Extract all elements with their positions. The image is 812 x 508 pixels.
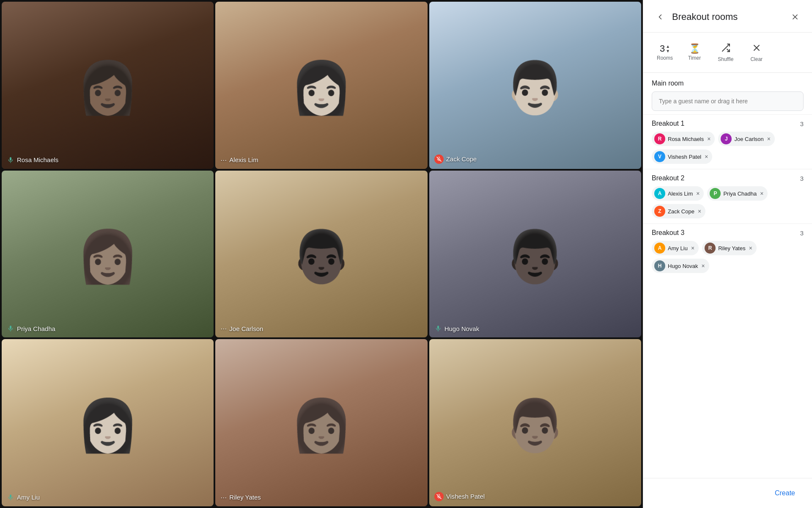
video-cell: 👨🏽 Vishesh Patel bbox=[429, 339, 641, 506]
rooms-control[interactable]: 3 ▲ ▼ Rooms bbox=[652, 41, 678, 64]
panel-footer: Create bbox=[643, 478, 812, 508]
clear-icon bbox=[752, 43, 762, 55]
mic-muted-icon bbox=[434, 155, 444, 164]
video-label: ··· Joe Carlson bbox=[220, 325, 263, 332]
member-avatar: V bbox=[654, 151, 665, 162]
face-bg: 👩🏻 bbox=[215, 2, 427, 169]
breakout-room-3: Breakout 3 3 A Amy Liu × R Riley Yates × bbox=[643, 224, 812, 278]
breakout-room-2: Breakout 2 3 A Alexis Lim × P Priya Chad… bbox=[643, 169, 812, 224]
back-button[interactable] bbox=[652, 8, 669, 25]
remove-member-button[interactable]: × bbox=[749, 245, 752, 251]
svg-rect-3 bbox=[10, 326, 11, 329]
mic-active-icon bbox=[7, 325, 14, 332]
face-bg: 👩🏾 bbox=[2, 2, 214, 169]
video-label: ··· Riley Yates bbox=[220, 494, 261, 501]
participant-name: Vishesh Patel bbox=[446, 493, 485, 500]
member-name: Alexis Lim bbox=[668, 190, 693, 197]
breakout-rooms-container: Breakout 1 3 R Rosa Michaels × J Joe Car… bbox=[643, 114, 812, 278]
more-icon: ··· bbox=[220, 494, 227, 501]
remove-member-button[interactable]: × bbox=[705, 154, 708, 160]
face-emoji: 👨🏿 bbox=[503, 231, 567, 282]
more-icon: ··· bbox=[220, 325, 227, 332]
mic-active-icon bbox=[7, 494, 14, 501]
member-avatar: Z bbox=[654, 206, 665, 217]
video-label: Priya Chadha bbox=[7, 325, 55, 332]
breakout-room-header: Breakout 3 3 bbox=[652, 229, 804, 237]
participant-name: Alexis Lim bbox=[229, 156, 258, 163]
member-chip: J Joe Carlson × bbox=[718, 132, 775, 146]
video-label: Amy Liu bbox=[7, 494, 40, 501]
panel-header: Breakout rooms bbox=[643, 0, 812, 33]
main-room-header: Main room bbox=[652, 80, 804, 87]
participant-name: Amy Liu bbox=[17, 494, 40, 501]
rooms-up-arrow[interactable]: ▲ bbox=[666, 44, 670, 49]
member-avatar: R bbox=[654, 133, 665, 144]
shuffle-button[interactable]: Shuffle bbox=[711, 39, 740, 66]
svg-rect-7 bbox=[10, 494, 11, 498]
main-room-input[interactable] bbox=[652, 91, 804, 111]
participant-name: Zack Cope bbox=[446, 155, 477, 163]
breakout-room-count: 3 bbox=[800, 120, 804, 127]
face-bg: 👩🏻 bbox=[2, 339, 214, 506]
chip-container: R Rosa Michaels × J Joe Carlson × V Vish… bbox=[652, 132, 804, 164]
face-bg: 👩🏽 bbox=[215, 339, 427, 506]
rooms-down-arrow[interactable]: ▼ bbox=[666, 49, 670, 53]
remove-member-button[interactable]: × bbox=[760, 190, 763, 196]
member-avatar: J bbox=[721, 133, 732, 144]
rooms-arrows[interactable]: ▲ ▼ bbox=[666, 44, 670, 53]
more-icon: ··· bbox=[220, 156, 227, 164]
breakout-room-header: Breakout 1 3 bbox=[652, 120, 804, 127]
remove-member-button[interactable]: × bbox=[691, 245, 694, 251]
remove-member-button[interactable]: × bbox=[702, 263, 705, 269]
face-emoji: 👩🏾 bbox=[76, 62, 140, 113]
video-cell: 👩🏻 Amy Liu bbox=[2, 339, 214, 506]
video-cell: 👨🏿 Hugo Novak bbox=[429, 171, 641, 338]
participant-name: Joe Carlson bbox=[229, 325, 263, 332]
svg-rect-5 bbox=[437, 326, 439, 329]
member-chip: A Alexis Lim × bbox=[652, 186, 704, 201]
video-cell: 👨🏻 Zack Cope bbox=[429, 2, 641, 169]
member-name: Riley Yates bbox=[718, 245, 746, 251]
clear-button[interactable]: Clear bbox=[743, 39, 769, 66]
face-bg: 👩🏽 bbox=[2, 171, 214, 338]
member-chip: V Vishesh Patel × bbox=[652, 149, 712, 164]
member-chip: A Amy Liu × bbox=[652, 241, 699, 255]
face-emoji: 👩🏽 bbox=[290, 400, 353, 450]
breakout-room-title: Breakout 3 bbox=[652, 229, 684, 237]
mic-muted-icon bbox=[434, 492, 444, 501]
face-bg: 👨🏿 bbox=[429, 171, 641, 338]
breakout-panel: Breakout rooms 3 ▲ ▼ Rooms ⏳ Timer bbox=[643, 0, 812, 508]
create-button[interactable]: Create bbox=[766, 485, 804, 501]
video-label: Rosa Michaels bbox=[7, 156, 58, 164]
participant-name: Riley Yates bbox=[229, 494, 261, 501]
member-avatar: A bbox=[654, 188, 665, 199]
shuffle-label: Shuffle bbox=[718, 56, 733, 62]
face-bg: 👨🏻 bbox=[429, 2, 641, 169]
remove-member-button[interactable]: × bbox=[767, 136, 771, 142]
breakout-room-count: 3 bbox=[800, 175, 804, 182]
participant-name: Rosa Michaels bbox=[17, 156, 58, 163]
mic-active-icon bbox=[434, 325, 442, 332]
member-chip: Z Zack Cope × bbox=[652, 204, 705, 218]
remove-member-button[interactable]: × bbox=[696, 190, 700, 196]
video-cell: 👩🏽 Priya Chadha bbox=[2, 171, 214, 338]
remove-member-button[interactable]: × bbox=[707, 136, 710, 142]
panel-title: Breakout rooms bbox=[672, 11, 787, 22]
face-bg: 👨🏽 bbox=[429, 339, 641, 506]
video-label: Zack Cope bbox=[434, 155, 477, 164]
timer-button[interactable]: ⏳ Timer bbox=[681, 41, 708, 64]
main-room-title: Main room bbox=[652, 80, 684, 87]
remove-member-button[interactable]: × bbox=[698, 208, 701, 214]
video-cell: 👩🏽 ··· Riley Yates bbox=[215, 339, 427, 506]
breakout-room-title: Breakout 1 bbox=[652, 120, 684, 127]
video-cell: 👩🏻 ··· Alexis Lim bbox=[215, 2, 427, 169]
member-avatar: P bbox=[710, 188, 721, 199]
rooms-label: Rooms bbox=[657, 55, 673, 61]
face-emoji: 👩🏻 bbox=[290, 62, 353, 113]
face-emoji: 👨🏿 bbox=[290, 231, 353, 282]
close-button[interactable] bbox=[787, 8, 804, 25]
breakout-room-count: 3 bbox=[800, 229, 804, 237]
face-emoji: 👨🏻 bbox=[503, 62, 567, 113]
member-avatar: A bbox=[654, 243, 665, 254]
main-room-section: Main room bbox=[643, 73, 812, 114]
